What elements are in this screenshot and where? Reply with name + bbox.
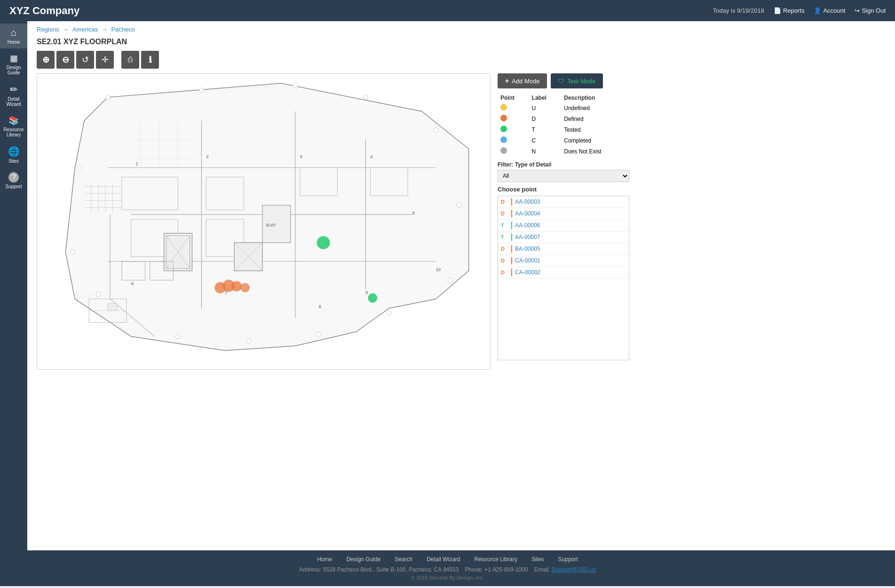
point-id-link[interactable]: CA-00002: [515, 269, 540, 276]
footer-nav-link[interactable]: Support: [558, 556, 578, 563]
sidebar-design-guide-label: Design Guide: [2, 65, 25, 75]
svg-point-42: [363, 95, 368, 100]
svg-point-39: [105, 95, 110, 100]
breadcrumb-regions[interactable]: Regions: [37, 26, 59, 33]
point-divider: [511, 210, 512, 217]
svg-rect-64: [108, 303, 117, 310]
sidebar-item-design-guide[interactable]: ▦ Design Guide: [0, 49, 27, 79]
list-item[interactable]: D AA-00004: [498, 208, 629, 220]
point-id-link[interactable]: CA-00001: [515, 257, 540, 264]
svg-point-45: [448, 278, 452, 283]
svg-text:8: 8: [319, 304, 321, 309]
toolbar: ⊕ ⊖ ↺ ✛ ⎙ ℹ: [37, 51, 886, 69]
legend-col-point: Point: [498, 93, 529, 103]
svg-point-49: [176, 334, 181, 339]
legend-dot-cell: [498, 135, 529, 146]
info-button[interactable]: ℹ: [141, 51, 159, 69]
sidebar-item-home[interactable]: ⌂ Home: [0, 24, 27, 48]
legend-description: Does Not Exist: [561, 146, 629, 157]
list-item[interactable]: D AA-00003: [498, 196, 629, 208]
pan-button[interactable]: ✛: [96, 51, 114, 69]
account-link[interactable]: 👤 Account: [814, 7, 845, 14]
footer-copyright-text: © 2018 Security By Design, Inc.: [9, 575, 886, 580]
add-mode-button[interactable]: + Add Mode: [498, 73, 547, 88]
list-item[interactable]: T AA-00007: [498, 231, 629, 243]
footer-email-link[interactable]: Support@SBD.us: [551, 566, 596, 573]
zoom-in-button[interactable]: ⊕: [37, 51, 55, 69]
list-item[interactable]: T AA-00006: [498, 220, 629, 231]
point-divider: [511, 245, 512, 253]
legend-description: Completed: [561, 135, 629, 146]
point-divider: [511, 269, 512, 276]
footer-nav-link[interactable]: Resource Library: [475, 556, 517, 563]
export-pdf-button[interactable]: ⎙: [121, 51, 139, 69]
legend-description: Defined: [561, 113, 629, 124]
legend-table: Point Label Description U Undefined D De…: [498, 93, 629, 157]
legend-label: U: [529, 103, 562, 113]
sidebar: ⌂ Home ▦ Design Guide ✏ Detail Wizard 📚 …: [0, 21, 27, 550]
svg-point-48: [246, 339, 251, 343]
breadcrumb-americas[interactable]: Americas: [72, 26, 98, 33]
legend-dot-cell: [498, 124, 529, 135]
point-id-link[interactable]: AA-00006: [515, 222, 540, 229]
floorplan-canvas[interactable]: 1 2 3 4 5 6 7 8 9 10: [37, 73, 491, 370]
sidebar-sites-label: Sites: [8, 159, 19, 164]
point-divider: [511, 222, 512, 229]
home-icon: ⌂: [11, 27, 16, 38]
svg-point-73: [368, 294, 377, 303]
list-item[interactable]: D CA-00002: [498, 267, 629, 278]
reset-button[interactable]: ↺: [76, 51, 94, 69]
point-list[interactable]: D AA-00003 D AA-00004 T AA-00006 T AA-00…: [498, 196, 629, 360]
footer-nav-link[interactable]: Search: [395, 556, 412, 563]
point-id-link[interactable]: BA-00005: [515, 246, 540, 252]
list-item[interactable]: D BA-00005: [498, 243, 629, 255]
signout-link[interactable]: ↪ Sign Out: [855, 7, 886, 14]
sidebar-item-detail-wizard[interactable]: ✏ Detail Wizard: [0, 80, 27, 111]
svg-point-72: [317, 236, 330, 249]
legend-col-label: Label: [529, 93, 562, 103]
svg-text:3: 3: [300, 154, 302, 159]
list-item[interactable]: D CA-00001: [498, 255, 629, 267]
svg-text:1: 1: [136, 161, 138, 166]
add-mode-label: Add Mode: [512, 78, 539, 85]
svg-point-47: [317, 332, 321, 336]
point-id-link[interactable]: AA-00007: [515, 234, 540, 240]
legend-description: Undefined: [561, 103, 629, 113]
legend-row: D Defined: [498, 113, 629, 124]
choose-point-label: Choose point: [498, 186, 629, 193]
sidebar-item-resource-library[interactable]: 📚 Resource Library: [0, 111, 27, 141]
footer-nav-link[interactable]: Home: [317, 556, 332, 563]
breadcrumb-pacheco[interactable]: Pacheco: [111, 26, 135, 33]
sidebar-home-label: Home: [8, 40, 20, 45]
legend-dot-cell: [498, 103, 529, 113]
zoom-out-button[interactable]: ⊖: [56, 51, 74, 69]
point-divider: [511, 257, 512, 264]
legend-label: D: [529, 113, 562, 124]
svg-text:2: 2: [206, 154, 208, 159]
filter-select[interactable]: AllCameraAccess ControlIntrusionOther: [498, 170, 629, 182]
sidebar-detail-wizard-label: Detail Wizard: [2, 96, 25, 107]
footer-nav-link[interactable]: Sites: [531, 556, 544, 563]
footer-nav-link[interactable]: Design Guide: [346, 556, 380, 563]
point-id-link[interactable]: AA-00003: [515, 199, 540, 205]
point-id-link[interactable]: AA-00004: [515, 210, 540, 217]
sidebar-item-support[interactable]: ? Support: [0, 168, 27, 193]
point-divider: [511, 198, 512, 206]
legend-row: U Undefined: [498, 103, 629, 113]
legend-description: Tested: [561, 124, 629, 135]
sidebar-item-sites[interactable]: 🌐 Sites: [0, 142, 27, 167]
test-mode-button[interactable]: 🛡 Test Mode: [551, 73, 603, 88]
legend-dot-cell: [498, 146, 529, 157]
sites-icon: 🌐: [8, 146, 20, 157]
svg-point-44: [457, 203, 462, 207]
reports-link[interactable]: 📄 Reports: [774, 7, 805, 14]
legend-col-description: Description: [561, 93, 629, 103]
point-type: T: [501, 222, 509, 228]
header-date: Today is 9/19/2018: [713, 7, 764, 14]
floorplan-container: 1 2 3 4 5 6 7 8 9 10: [37, 73, 886, 370]
footer-nav-link[interactable]: Detail Wizard: [427, 556, 460, 563]
svg-text:9: 9: [365, 291, 368, 295]
account-label: Account: [823, 7, 845, 14]
reports-label: Reports: [783, 7, 805, 14]
signout-icon: ↪: [855, 7, 860, 14]
